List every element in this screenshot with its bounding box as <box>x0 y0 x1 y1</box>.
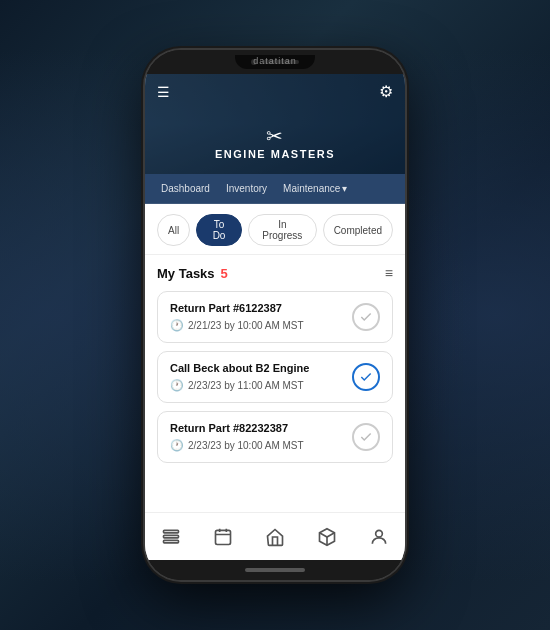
tasks-title: My Tasks <box>157 266 215 281</box>
scissors-icon: ✂ <box>266 124 283 148</box>
clock-icon: 🕐 <box>170 379 184 392</box>
nav-tab-inventory[interactable]: Inventory <box>218 179 275 198</box>
svg-rect-3 <box>216 530 231 544</box>
settings-gear-icon[interactable]: ⚙ <box>379 82 393 101</box>
task-check-button[interactable] <box>352 363 380 391</box>
svg-rect-2 <box>164 540 179 543</box>
task-date: 2/21/23 by 10:00 AM MST <box>188 320 304 331</box>
phone-screen: ☰ ⚙ ✂ ENGINE MASTERS Dashboard Inventory… <box>145 74 405 560</box>
filter-icon[interactable]: ≡ <box>385 265 393 281</box>
bottom-nav-profile[interactable] <box>353 527 405 547</box>
bottom-nav-calendar[interactable] <box>197 527 249 547</box>
check-icon <box>359 430 373 444</box>
task-date-row: 🕐 2/23/23 by 11:00 AM MST <box>170 379 344 392</box>
task-date: 2/23/23 by 10:00 AM MST <box>188 440 304 451</box>
task-card[interactable]: Return Part #6122387 🕐 2/21/23 by 10:00 … <box>157 291 393 343</box>
clock-icon: 🕐 <box>170 439 184 452</box>
filter-completed-button[interactable]: Completed <box>323 214 393 246</box>
task-card-content: Return Part #6122387 🕐 2/21/23 by 10:00 … <box>170 302 344 332</box>
svg-rect-0 <box>164 530 179 533</box>
app-header: ☰ ⚙ ✂ ENGINE MASTERS <box>145 74 405 174</box>
tasks-count: 5 <box>221 266 228 281</box>
task-card-content: Call Beck about B2 Engine 🕐 2/23/23 by 1… <box>170 362 344 392</box>
task-date: 2/23/23 by 11:00 AM MST <box>188 380 304 391</box>
home-icon <box>265 527 285 547</box>
svg-point-8 <box>376 530 383 537</box>
filter-all-button[interactable]: All <box>157 214 190 246</box>
provider-label: datatitan <box>253 56 297 66</box>
home-indicator <box>245 568 305 572</box>
header-brand: ✂ ENGINE MASTERS <box>215 124 335 160</box>
task-title: Return Part #82232387 <box>170 422 344 434</box>
task-card[interactable]: Return Part #82232387 🕐 2/23/23 by 10:00… <box>157 411 393 463</box>
nav-tabs: Dashboard Inventory Maintenance ▾ <box>145 174 405 204</box>
bottom-nav-list[interactable] <box>145 527 197 547</box>
svg-rect-1 <box>164 535 179 538</box>
nav-tab-maintenance-label: Maintenance <box>283 183 340 194</box>
task-card[interactable]: Call Beck about B2 Engine 🕐 2/23/23 by 1… <box>157 351 393 403</box>
check-icon <box>359 310 373 324</box>
filter-inprogress-button[interactable]: In Progress <box>248 214 317 246</box>
box-icon <box>317 527 337 547</box>
profile-icon <box>369 527 389 547</box>
calendar-icon <box>213 527 233 547</box>
task-date-row: 🕐 2/21/23 by 10:00 AM MST <box>170 319 344 332</box>
hamburger-icon[interactable]: ☰ <box>157 85 170 99</box>
nav-tab-dashboard[interactable]: Dashboard <box>153 179 218 198</box>
phone-top-bar: datatitan <box>145 50 405 74</box>
task-title: Return Part #6122387 <box>170 302 344 314</box>
chevron-down-icon: ▾ <box>342 183 347 194</box>
tasks-header: My Tasks 5 ≡ <box>157 265 393 281</box>
nav-tab-maintenance[interactable]: Maintenance ▾ <box>275 179 355 198</box>
brand-name: ENGINE MASTERS <box>215 148 335 160</box>
filter-bar: All To Do In Progress Completed <box>145 204 405 255</box>
tasks-title-row: My Tasks 5 <box>157 266 228 281</box>
phone-bottom-bar <box>145 560 405 580</box>
task-check-button[interactable] <box>352 423 380 451</box>
bottom-nav <box>145 512 405 560</box>
task-check-button[interactable] <box>352 303 380 331</box>
list-icon <box>161 527 181 547</box>
task-card-content: Return Part #82232387 🕐 2/23/23 by 10:00… <box>170 422 344 452</box>
bottom-nav-home[interactable] <box>249 527 301 547</box>
filter-todo-button[interactable]: To Do <box>196 214 242 246</box>
tasks-section: My Tasks 5 ≡ Return Part #6122387 🕐 2/21… <box>145 255 405 512</box>
phone-shell: datatitan ☰ ⚙ ✂ ENGINE MASTERS Dashboard… <box>145 50 405 580</box>
bottom-nav-box[interactable] <box>301 527 353 547</box>
task-title: Call Beck about B2 Engine <box>170 362 344 374</box>
clock-icon: 🕐 <box>170 319 184 332</box>
task-date-row: 🕐 2/23/23 by 10:00 AM MST <box>170 439 344 452</box>
header-top-row: ☰ ⚙ <box>145 82 405 101</box>
check-icon <box>359 370 373 384</box>
